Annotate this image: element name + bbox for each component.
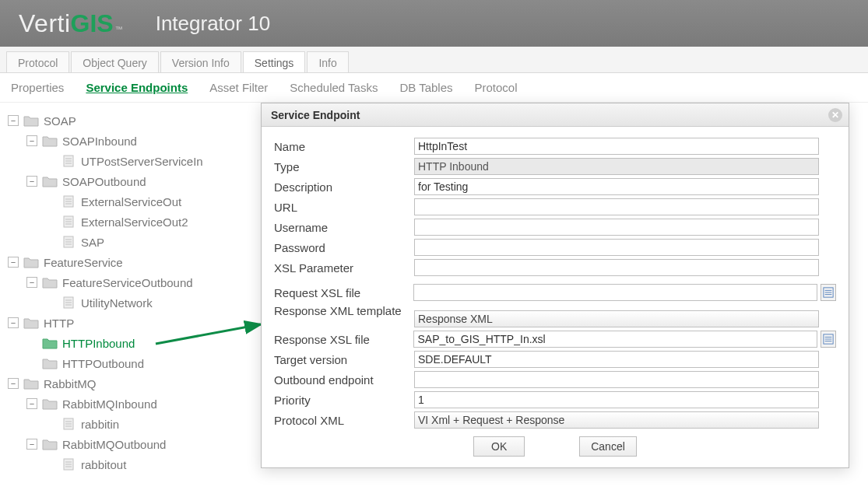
description-input[interactable] xyxy=(414,178,819,195)
nav-tree: −SOAP−SOAPInboundUTPostServerServiceIn−S… xyxy=(0,103,265,482)
cancel-button[interactable]: Cancel xyxy=(579,436,637,457)
tree-node-utpostserverservicein[interactable]: UTPostServerServiceIn xyxy=(5,151,260,171)
tree-node-featureserviceoutbound[interactable]: −FeatureServiceOutbound xyxy=(5,272,260,292)
username-input[interactable] xyxy=(414,219,819,236)
logo-part2: GIS xyxy=(71,9,114,38)
collapse-icon[interactable]: − xyxy=(8,257,19,268)
tree-node-http[interactable]: −HTTP xyxy=(5,313,260,333)
response-xsl-input[interactable] xyxy=(413,331,817,348)
tree-node-rabbitmq[interactable]: −RabbitMQ xyxy=(5,373,260,394)
chevron-down-icon xyxy=(801,312,815,326)
service-endpoint-dialog: Service Endpoint ✕ Name Type Description… xyxy=(261,103,849,468)
tab-version-info[interactable]: Version Info xyxy=(160,51,241,72)
tree-node-label[interactable]: HTTP xyxy=(44,317,74,330)
tab-protocol[interactable]: Protocol xyxy=(6,51,69,72)
tree-node-label[interactable]: UTPostServerServiceIn xyxy=(81,155,203,168)
collapse-icon[interactable]: − xyxy=(26,135,37,146)
logo-part1: Verti xyxy=(19,9,71,38)
collapse-icon[interactable]: − xyxy=(8,378,19,389)
folder-icon xyxy=(23,317,39,329)
tree-node-soap[interactable]: −SOAP xyxy=(5,110,260,131)
tree-spacer xyxy=(45,297,56,308)
tree-node-label[interactable]: SOAPInbound xyxy=(62,135,137,148)
tree-node-rabbitin[interactable]: rabbitin xyxy=(5,414,260,434)
name-input[interactable] xyxy=(414,138,819,155)
password-input[interactable] xyxy=(414,239,819,256)
tree-node-label[interactable]: ExternalServiceOut2 xyxy=(81,215,188,229)
type-input xyxy=(414,158,819,175)
collapse-icon[interactable]: − xyxy=(26,277,37,288)
tree-node-label[interactable]: HTTPInbound xyxy=(62,337,135,350)
collapse-icon[interactable]: − xyxy=(26,439,37,450)
file-icon xyxy=(61,155,76,167)
tree-node-soapinbound[interactable]: −SOAPInbound xyxy=(5,131,260,151)
protocol-xml-select[interactable]: VI Xml + Request + Response xyxy=(414,411,819,429)
file-icon xyxy=(61,296,76,309)
subtab-scheduled-tasks[interactable]: Scheduled Tasks xyxy=(290,81,378,94)
file-icon xyxy=(61,215,76,228)
subtab-asset-filter[interactable]: Asset Filter xyxy=(209,81,268,94)
dialog-button-row: OK Cancel xyxy=(274,432,836,457)
tab-info[interactable]: Info xyxy=(307,51,348,72)
request-xsl-label: Request XSL file xyxy=(274,286,413,299)
tree-node-label[interactable]: SOAP xyxy=(44,114,76,128)
request-xsl-input[interactable] xyxy=(413,284,817,301)
subtab-service-endpoints[interactable]: Service Endpoints xyxy=(86,81,188,94)
tree-node-httpoutbound[interactable]: HTTPOutbound xyxy=(5,353,260,373)
url-input[interactable] xyxy=(414,198,819,215)
tree-node-label[interactable]: RabbitMQ xyxy=(44,377,97,390)
collapse-icon[interactable]: − xyxy=(26,398,37,409)
dialog-form: Name Type Description URL Username Passw… xyxy=(262,127,849,467)
folder-icon xyxy=(42,357,58,369)
tree-node-label[interactable]: FeatureServiceOutbound xyxy=(62,276,193,289)
tree-node-httpinbound[interactable]: HTTPInbound xyxy=(5,333,260,353)
target-version-input[interactable] xyxy=(414,351,819,368)
tree-node-rabbitmqinbound[interactable]: −RabbitMQInbound xyxy=(5,394,260,414)
app-header: VertiGIS™ Integrator 10 xyxy=(0,0,868,47)
tree-node-label[interactable]: RabbitMQInbound xyxy=(62,397,157,411)
ok-button[interactable]: OK xyxy=(473,436,525,457)
tree-node-label[interactable]: HTTPOutbound xyxy=(62,357,144,370)
collapse-icon[interactable]: − xyxy=(8,115,19,126)
tree-node-rabbitout[interactable]: rabbitout xyxy=(5,454,260,474)
username-label: Username xyxy=(274,221,414,234)
browse-request-xsl-button[interactable] xyxy=(821,284,836,301)
protocol-xml-value: VI Xml + Request + Response xyxy=(418,414,564,426)
priority-input[interactable] xyxy=(414,391,819,408)
folder-icon xyxy=(42,276,58,289)
tree-node-label[interactable]: rabbitin xyxy=(81,418,119,431)
tree-node-externalserviceout[interactable]: ExternalServiceOut xyxy=(5,191,260,212)
name-label: Name xyxy=(274,140,414,153)
description-label: Description xyxy=(274,180,414,194)
browse-response-xsl-button[interactable] xyxy=(821,331,836,348)
xsl-parameter-input[interactable] xyxy=(414,259,819,276)
tab-object-query[interactable]: Object Query xyxy=(71,51,158,72)
outbound-endpoint-label: Outbound endpoint xyxy=(274,373,414,387)
tree-node-utilitynetwork[interactable]: UtilityNetwork xyxy=(5,292,260,313)
tree-node-label[interactable]: rabbitout xyxy=(81,458,126,471)
subtab-properties[interactable]: Properties xyxy=(11,81,64,94)
password-label: Password xyxy=(274,241,414,254)
tree-node-label[interactable]: ExternalServiceOut xyxy=(81,195,181,208)
tree-node-externalserviceout2[interactable]: ExternalServiceOut2 xyxy=(5,212,260,232)
collapse-icon[interactable]: − xyxy=(26,176,37,187)
tree-node-label[interactable]: SAP xyxy=(81,236,104,249)
tree-node-label[interactable]: SOAPOutbound xyxy=(62,175,146,188)
tree-node-label[interactable]: FeatureService xyxy=(44,256,123,269)
response-xsl-label: Response XSL file xyxy=(274,333,413,346)
tree-node-featureservice[interactable]: −FeatureService xyxy=(5,252,260,272)
collapse-icon[interactable]: − xyxy=(8,317,19,328)
tree-node-soapoutbound[interactable]: −SOAPOutbound xyxy=(5,171,260,191)
tree-node-label[interactable]: RabbitMQOutbound xyxy=(62,438,166,451)
tree-node-rabbitmqoutbound[interactable]: −RabbitMQOutbound xyxy=(5,434,260,454)
tab-settings[interactable]: Settings xyxy=(243,51,306,72)
tree-node-sap[interactable]: SAP xyxy=(5,232,260,252)
folder-icon xyxy=(23,377,39,390)
response-xml-select[interactable]: Response XML xyxy=(414,310,819,327)
tree-spacer xyxy=(26,338,37,348)
subtab-protocol[interactable]: Protocol xyxy=(475,81,518,94)
outbound-endpoint-input[interactable] xyxy=(414,371,819,388)
subtab-db-tables[interactable]: DB Tables xyxy=(399,81,452,94)
close-icon[interactable]: ✕ xyxy=(828,108,842,122)
tree-node-label[interactable]: UtilityNetwork xyxy=(81,296,153,310)
